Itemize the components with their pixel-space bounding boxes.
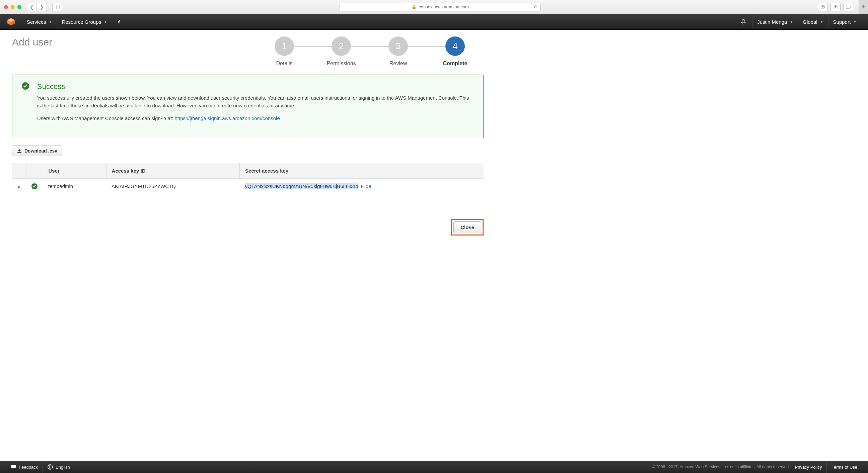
nav-account-label: Justin Menga (757, 19, 787, 25)
success-check-icon (22, 82, 29, 90)
nav-support[interactable]: Support ▼ (828, 14, 861, 29)
lock-icon: 🔒 (411, 4, 416, 9)
nav-support-label: Support (833, 19, 851, 25)
step-label: Details (276, 61, 293, 67)
cell-secret: yQTANxlxxsUKNdqqmAUN/V5kigE8wuBjB6LtH3rb… (240, 178, 484, 195)
col-expand (12, 163, 26, 178)
notifications-icon[interactable] (735, 14, 752, 29)
step-number: 2 (332, 36, 351, 56)
back-button[interactable]: ❮ (27, 3, 37, 11)
nav-region[interactable]: Global ▼ (798, 14, 828, 29)
signin-link[interactable]: https://jmenga.signin.aws.amazon.com/con… (175, 115, 280, 121)
chevron-down-icon: ▼ (49, 20, 52, 24)
download-csv-button[interactable]: Download .csv (12, 145, 62, 156)
step-number: 3 (389, 36, 408, 56)
new-tab-button[interactable]: + (859, 0, 868, 14)
nav-services-label: Services (27, 19, 46, 25)
step-label: Complete (443, 61, 467, 67)
users-table: User Access key ID Secret access key ▶ t… (12, 163, 484, 195)
minimize-window-icon[interactable] (11, 5, 15, 9)
step-review: 3 Review (370, 36, 427, 67)
nav-services[interactable]: Services ▼ (22, 14, 57, 29)
download-label: Download .csv (25, 148, 57, 154)
chevron-down-icon: ▼ (853, 20, 857, 24)
col-status (26, 163, 43, 178)
close-button[interactable]: Close (454, 222, 481, 233)
success-heading: Success (37, 82, 474, 91)
status-ok-icon (31, 183, 37, 189)
aws-top-nav: Services ▼ Resource Groups ▼ Justin Meng… (0, 14, 868, 30)
sidebar-toggle-icon[interactable] (52, 3, 62, 11)
action-row: Close (12, 209, 484, 245)
step-details: 1 Details (256, 36, 313, 67)
chevron-down-icon: ▼ (820, 20, 824, 24)
browser-toolbar: ❮ ❯ 🔒 console.aws.amazon.com ⟳ + (0, 0, 868, 14)
aws-logo-icon[interactable] (7, 18, 16, 26)
forward-button[interactable]: ❯ (37, 3, 47, 11)
reload-icon[interactable]: ⟳ (534, 4, 537, 9)
success-body: You successfully created the users shown… (37, 94, 474, 109)
close-window-icon[interactable] (4, 5, 8, 9)
table-row: ▶ tempadmin AKIAIRJGYMTD252YWCTQ yQTANxl… (12, 178, 484, 195)
cell-access-key-id: AKIAIRJGYMTD252YWCTQ (106, 178, 240, 195)
download-icon (17, 148, 22, 153)
expand-row-icon[interactable]: ▶ (18, 184, 21, 189)
wizard-steps: 1 Details 2 Permissions 3 Review 4 Compl… (256, 36, 484, 67)
tabs-icon[interactable] (843, 3, 853, 11)
signin-prefix: Users with AWS Management Console access… (37, 115, 175, 121)
step-number: 4 (445, 36, 465, 56)
downloads-icon[interactable] (818, 3, 828, 11)
secret-value: yQTANxlxxsUKNdqqmAUN/V5kigE8wuBjB6LtH3rb (245, 183, 358, 189)
svg-rect-0 (55, 5, 60, 9)
step-complete: 4 Complete (427, 36, 484, 67)
success-alert: Success You successfully created the use… (12, 75, 484, 138)
pin-icon[interactable] (112, 14, 126, 29)
nav-resource-groups-label: Resource Groups (62, 19, 101, 25)
nav-resource-groups[interactable]: Resource Groups ▼ (57, 14, 112, 29)
window-controls (4, 5, 22, 9)
chevron-down-icon: ▼ (104, 20, 107, 24)
col-user: User (43, 163, 106, 178)
col-access-key-id: Access key ID (106, 163, 240, 178)
step-label: Permissions (327, 61, 355, 67)
success-signin: Users with AWS Management Console access… (37, 115, 474, 123)
url-text: console.aws.amazon.com (418, 4, 469, 9)
close-highlight: Close (451, 219, 484, 236)
cell-user: tempadmin (43, 178, 106, 195)
hide-secret-link[interactable]: Hide (361, 183, 371, 189)
nav-region-label: Global (803, 19, 817, 25)
address-bar[interactable]: 🔒 console.aws.amazon.com ⟳ (340, 3, 540, 11)
col-secret: Secret access key (240, 163, 484, 178)
page-content: Add user 1 Details 2 Permissions 3 Revie… (0, 30, 496, 252)
share-icon[interactable] (831, 3, 841, 11)
step-label: Review (390, 61, 407, 67)
maximize-window-icon[interactable] (18, 5, 22, 9)
svg-rect-5 (847, 5, 850, 8)
nav-account[interactable]: Justin Menga ▼ (752, 14, 798, 29)
page-title: Add user (12, 36, 52, 48)
step-number: 1 (275, 36, 294, 56)
step-permissions: 2 Permissions (313, 36, 370, 67)
chevron-down-icon: ▼ (789, 20, 793, 24)
